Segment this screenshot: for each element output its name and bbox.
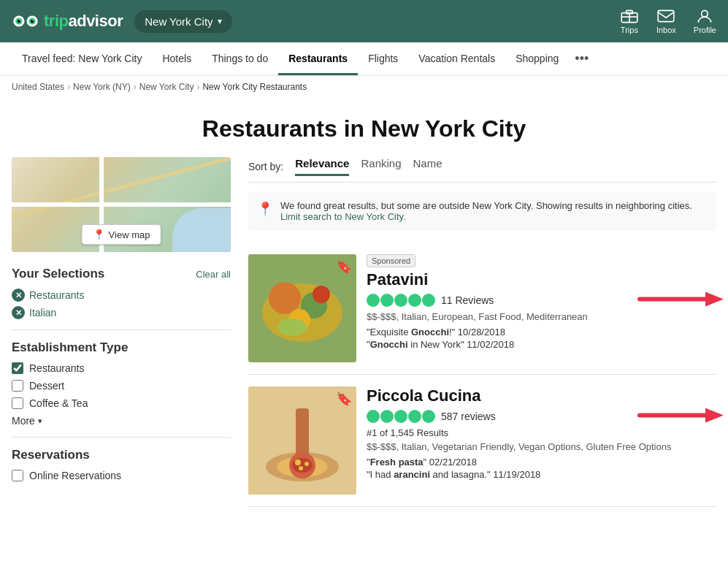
nav-item-shopping[interactable]: Shopping [505,44,569,75]
highlight-arrow-patavini [636,289,724,313]
nav-item-things-to-do[interactable]: Things to do [202,44,278,75]
profile-icon [695,8,714,24]
map-road-h [12,202,231,207]
restaurant-meta-piccola-cucina: $$-$$$, Italian, Vegetarian Friendly, Ve… [367,441,716,452]
selection-item-restaurants[interactable]: ✕ Restaurants [12,289,231,302]
bookmark-icon-piccola[interactable]: 🔖 [336,391,352,407]
restaurant-info-patavini: Sponsored Patavini 11 Reviews [367,254,716,362]
star-3 [394,410,407,423]
establishment-type-title: Establishment Type [12,340,231,355]
site-header: tripadvisor New York City ▾ Trips Inbox [0,0,728,42]
sort-by-label: Sort by: [248,161,283,172]
nav-item-restaurants[interactable]: Restaurants [278,44,358,75]
svg-point-16 [269,282,301,314]
logo[interactable]: tripadvisor [12,11,123,31]
header-icons: Trips Inbox Profile [620,8,716,34]
breadcrumb-item-nyc[interactable]: New York City [139,82,194,92]
quote-bold-2: Gnocchi [370,339,408,350]
svg-rect-12 [659,10,675,21]
location-button[interactable]: New York City ▾ [134,10,231,33]
star-2 [380,410,394,423]
selection-item-italian[interactable]: ✕ Italian [12,306,231,319]
trips-nav-button[interactable]: Trips [620,8,639,34]
restaurant-info-piccola-cucina: Piccola Cucina 587 reviews [367,386,716,495]
stars-row-patavini: 11 Reviews [367,294,716,307]
star-4 [408,410,421,423]
star-2 [380,294,394,307]
svg-point-29 [295,459,301,465]
breadcrumb-sep-1: › [67,82,70,92]
tripadvisor-logo-icon [12,11,39,31]
results-panel: Sort by: Relevance Ranking Name 📍 We fou… [248,157,716,507]
checkbox-online-reservations-input[interactable] [12,470,23,481]
restaurant-card-piccola-cucina: 🔖 Piccola Cucina 587 reviews [248,375,716,507]
logo-text: tripadvisor [44,12,123,31]
sort-name-button[interactable]: Name [413,157,442,176]
star-rating-piccola-cucina [367,410,435,423]
star-3 [394,294,407,307]
inbox-label: Inbox [656,26,676,34]
svg-point-6 [19,20,20,21]
restaurant-name-piccola-cucina[interactable]: Piccola Cucina [367,386,716,405]
checkbox-dessert-input[interactable] [12,380,23,392]
restaurant-card-patavini: 🔖 Sponsored Patavini 11 Reviews [248,243,716,375]
your-selections-title: Your Selections Clear all [12,267,231,281]
restaurant-name-patavini[interactable]: Patavini [367,270,716,289]
profile-nav-button[interactable]: Profile [694,8,716,34]
review-count-piccola-cucina: 587 reviews [441,411,496,422]
svg-marker-22 [705,292,724,307]
checkbox-restaurants-input[interactable] [12,362,23,374]
sponsored-badge: Sponsored [367,254,415,267]
sidebar-divider-1 [12,329,231,330]
establishment-type-section: Establishment Type Restaurants Dessert C… [12,340,231,427]
breadcrumb-item-ny[interactable]: New York (NY) [73,82,131,92]
sort-ranking-button[interactable]: Ranking [361,157,401,176]
map-preview[interactable]: 📍 View map [12,157,231,252]
quote-bold-1: Gnocchi [411,327,449,338]
restaurant-quote-1-piccola-cucina: "Fresh pasta" 02/21/2018 [367,457,716,468]
sort-relevance-button[interactable]: Relevance [295,157,349,176]
more-filters-button[interactable]: More ▾ [12,415,231,427]
star-5 [422,410,435,423]
page-title: Restaurants in New York City [0,98,728,157]
restaurant-quote-2-piccola-cucina: "I had arancini and lasagna." 11/19/2018 [367,469,716,480]
svg-point-20 [277,319,307,336]
clear-all-button[interactable]: Clear all [196,269,231,280]
restaurant-meta-patavini: $$-$$$, Italian, European, Fast Food, Me… [367,311,716,322]
checkbox-online-reservations[interactable]: Online Reservations [12,470,231,481]
trips-icon [620,8,639,24]
profile-label: Profile [694,26,716,34]
review-count-patavini: 11 Reviews [441,294,494,306]
highlight-arrow-piccola-cucina [636,405,724,429]
breadcrumb-sep-3: › [196,82,199,92]
checkbox-coffee-tea-input[interactable] [12,397,23,409]
restaurant-quote-1-patavini: "Exquisite Gnocchi!" 10/28/2018 [367,327,716,338]
map-water [172,208,231,252]
reservations-title: Reservations [12,448,231,462]
sort-bar: Sort by: Relevance Ranking Name [248,157,716,183]
nav-item-flights[interactable]: Flights [358,44,408,75]
nav-more-button[interactable]: ••• [569,42,594,75]
location-notice-text: We found great results, but some are out… [280,200,692,222]
breadcrumb-item-us[interactable]: United States [12,82,64,92]
nav-item-hotels[interactable]: Hotels [152,44,202,75]
checkbox-coffee-tea[interactable]: Coffee & Tea [12,397,231,409]
breadcrumb-current: New York City Restaurants [202,82,307,92]
checkbox-restaurants[interactable]: Restaurants [12,362,231,374]
bookmark-icon[interactable]: 🔖 [336,259,352,275]
star-1 [367,294,380,307]
limit-search-link[interactable]: Limit search to New York City. [280,211,406,222]
location-pin-icon: 📍 [257,201,273,217]
restaurant-image-patavini[interactable]: 🔖 [248,254,356,362]
star-5 [422,294,435,307]
chevron-down-icon: ▾ [218,16,222,26]
restaurant-image-piccola-cucina[interactable]: 🔖 [248,386,356,495]
your-selections-section: Your Selections Clear all ✕ Restaurants … [12,267,231,319]
checkbox-dessert[interactable]: Dessert [12,380,231,392]
nav-item-travel-feed[interactable]: Travel feed: New York City [12,44,152,75]
restaurant-rank-piccola-cucina: #1 of 1,545 Results [367,427,716,438]
nav-item-vacation-rentals[interactable]: Vacation Rentals [408,44,505,75]
inbox-nav-button[interactable]: Inbox [656,8,676,34]
view-map-button[interactable]: 📍 View map [82,224,161,245]
location-notice: 📍 We found great results, but some are o… [248,191,716,231]
